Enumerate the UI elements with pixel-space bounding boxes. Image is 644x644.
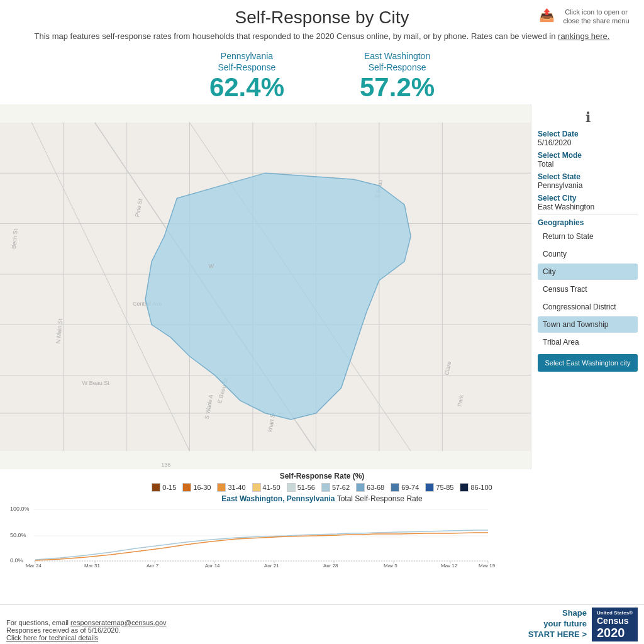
svg-text:100.0%: 100.0% bbox=[10, 506, 30, 512]
legend-color-box bbox=[356, 483, 365, 492]
legend-item: 86-100 bbox=[460, 483, 492, 492]
legend-label: 75-85 bbox=[436, 484, 453, 491]
legend-label: 57-62 bbox=[332, 484, 350, 491]
select-date-value[interactable]: 5/16/2020 bbox=[538, 138, 638, 147]
chart-title: East Washington, Pennsylvania Total Self… bbox=[0, 494, 644, 503]
footer: For questions, email responseratemap@cen… bbox=[0, 604, 644, 644]
legend-label: 63-68 bbox=[367, 484, 384, 491]
geographies-label: Geographies bbox=[538, 218, 638, 227]
select-east-button[interactable]: Select East Washington city bbox=[538, 354, 638, 372]
chart-area: 100.0% 50.0% 0.0% Mar 24 Mar 31 Apr 7 bbox=[0, 504, 644, 586]
legend-color-box bbox=[460, 483, 469, 492]
geo-item-tribal-area[interactable]: Tribal Area bbox=[538, 334, 638, 350]
legend-item: 69-74 bbox=[391, 483, 419, 492]
divider bbox=[538, 214, 638, 214]
svg-text:May 12: May 12 bbox=[441, 563, 458, 567]
legend-item: 57-62 bbox=[321, 483, 350, 492]
technical-details-link[interactable]: Click here for technical details bbox=[6, 634, 98, 641]
svg-text:Mar 31: Mar 31 bbox=[84, 563, 100, 567]
email-link[interactable]: responseratemap@census.gov bbox=[70, 619, 166, 626]
legend-item: 75-85 bbox=[425, 483, 453, 492]
share-button[interactable]: 📤 Click icon to open or close the share … bbox=[539, 8, 634, 26]
city-stat-value: 57.2% bbox=[360, 73, 435, 102]
svg-text:Apr 7: Apr 7 bbox=[147, 563, 159, 567]
page-header: Self-Response by City This map features … bbox=[0, 0, 644, 47]
share-tooltip: Click icon to open or close the share me… bbox=[558, 8, 634, 26]
legend-label: 41-50 bbox=[263, 484, 280, 491]
share-icon: 📤 bbox=[539, 8, 555, 23]
svg-text:Apr 21: Apr 21 bbox=[264, 563, 279, 567]
city-stat: East WashingtonSelf-Response 57.2% bbox=[360, 50, 435, 103]
select-mode-label: Select Mode bbox=[538, 151, 638, 160]
legend-label: 69-74 bbox=[401, 484, 419, 491]
chart-title-suffix: Total Self-Response Rate bbox=[337, 494, 423, 503]
legend-item: 0-15 bbox=[152, 483, 176, 492]
legend-label: 16-30 bbox=[193, 484, 211, 491]
svg-text:W: W bbox=[209, 263, 214, 269]
map-area[interactable]: Bech St N Main St Pine St Central Ave E … bbox=[0, 104, 531, 469]
svg-text:50.0%: 50.0% bbox=[10, 532, 26, 538]
legend-color-box bbox=[287, 483, 296, 492]
legend-color-box bbox=[425, 483, 434, 492]
legend-title: Self-Response Rate (%) bbox=[10, 472, 634, 480]
legend-label: 86-100 bbox=[470, 484, 492, 491]
geo-item-county[interactable]: County bbox=[538, 246, 638, 262]
svg-text:May 19: May 19 bbox=[479, 563, 496, 567]
svg-text:May 5: May 5 bbox=[384, 563, 397, 567]
footer-right: Shape your future START HERE > United St… bbox=[528, 608, 638, 641]
legend-color-box bbox=[252, 483, 261, 492]
legend-color-box bbox=[152, 483, 160, 492]
sidebar: ℹ Select Date 5/16/2020 Select Mode Tota… bbox=[531, 104, 644, 469]
legend-item: 51-56 bbox=[287, 483, 315, 492]
select-city-label: Select City bbox=[538, 194, 638, 203]
geo-item-census-tract[interactable]: Census Tract bbox=[538, 281, 638, 297]
svg-text:0.0%: 0.0% bbox=[10, 557, 23, 564]
footer-contact: For questions, email responseratemap@cen… bbox=[6, 619, 167, 626]
select-city-value[interactable]: East Washington bbox=[538, 203, 638, 211]
geo-list: Return to StateCountyCityCensus TractCon… bbox=[538, 228, 638, 350]
shape-future-text: Shape your future START HERE > bbox=[528, 608, 587, 640]
city-stat-label: East WashingtonSelf-Response bbox=[360, 50, 435, 73]
subtitle: This map features self-response rates fr… bbox=[13, 30, 631, 43]
chart-title-city: East Washington, Pennsylvania bbox=[221, 494, 335, 503]
select-state-value[interactable]: Pennsylvania bbox=[538, 181, 638, 190]
legend-color-box bbox=[182, 483, 191, 492]
legend-color-box bbox=[391, 483, 399, 492]
state-stat-label: PennsylvaniaSelf-Response bbox=[209, 50, 284, 73]
legend-item: 63-68 bbox=[356, 483, 384, 492]
legend-label: 0-15 bbox=[162, 484, 176, 491]
select-date-label: Select Date bbox=[538, 130, 638, 138]
rankings-link[interactable]: rankings here. bbox=[558, 31, 609, 41]
legend-item: 31-40 bbox=[217, 483, 245, 492]
svg-text:Mar 24: Mar 24 bbox=[26, 563, 42, 567]
state-stat: PennsylvaniaSelf-Response 62.4% bbox=[209, 50, 284, 103]
state-stat-value: 62.4% bbox=[209, 73, 284, 102]
main-content: Bech St N Main St Pine St Central Ave E … bbox=[0, 104, 644, 469]
legend-items: 0-1516-3031-4041-5051-5657-6263-6869-747… bbox=[10, 483, 634, 492]
svg-text:W Beau St: W Beau St bbox=[82, 380, 110, 386]
info-icon[interactable]: ℹ bbox=[538, 109, 638, 126]
legend-label: 31-40 bbox=[228, 484, 245, 491]
geo-item-town-and-township[interactable]: Town and Township bbox=[538, 316, 638, 333]
legend-color-box bbox=[321, 483, 330, 492]
svg-text:Apr 14: Apr 14 bbox=[205, 563, 220, 567]
footer-left: For questions, email responseratemap@cen… bbox=[6, 619, 167, 641]
legend-item: 41-50 bbox=[252, 483, 280, 492]
census-logo: United States® Census 2020 bbox=[592, 608, 638, 641]
select-state-label: Select State bbox=[538, 172, 638, 181]
stats-row: PennsylvaniaSelf-Response 62.4% East Was… bbox=[0, 47, 644, 105]
select-mode-value[interactable]: Total bbox=[538, 160, 638, 169]
legend: Self-Response Rate (%) 0-1516-3031-4041-… bbox=[0, 469, 644, 494]
footer-responses: Responses received as of 5/16/2020. bbox=[6, 626, 167, 634]
geo-item-congressional-district[interactable]: Congressional District bbox=[538, 299, 638, 315]
geo-item-city[interactable]: City bbox=[538, 264, 638, 280]
legend-label: 51-56 bbox=[297, 484, 315, 491]
legend-color-box bbox=[217, 483, 226, 492]
svg-text:136: 136 bbox=[161, 462, 170, 468]
legend-item: 16-30 bbox=[182, 483, 211, 492]
svg-text:Apr 28: Apr 28 bbox=[323, 563, 338, 567]
geo-item-return-to-state[interactable]: Return to State bbox=[538, 228, 638, 245]
